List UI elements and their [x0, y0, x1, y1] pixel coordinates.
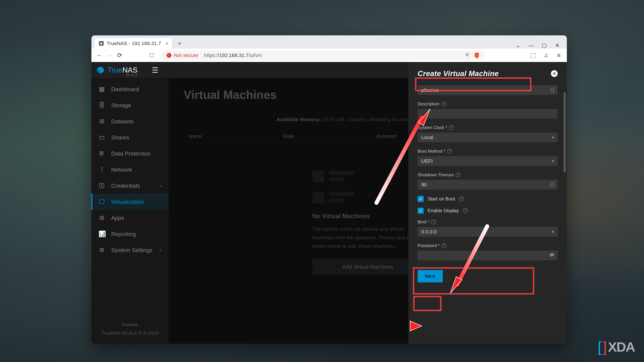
chevron-right-icon: › — [160, 183, 162, 188]
maximize-button[interactable]: ▢ — [541, 42, 548, 49]
help-icon[interactable]: ? — [442, 243, 446, 248]
truenas-logo[interactable]: TrueNAS SCALE — [96, 66, 138, 74]
bind-group: Bind *? 0.0.0.0▾ — [418, 219, 558, 237]
visibility-off-icon[interactable] — [549, 252, 554, 259]
col-name: Name — [189, 133, 282, 139]
shutdown-input[interactable]: 90 ✕ — [418, 180, 558, 190]
panel-header: Create Virtual Machine ✕ — [418, 69, 558, 78]
bind-select[interactable]: 0.0.0.0▾ — [418, 227, 558, 237]
extensions-icon[interactable]: ⬚ — [529, 52, 537, 59]
sidebar-item-credentials[interactable]: ⚿Credentials› — [92, 178, 168, 194]
start-on-boot-row[interactable]: ✓ Start on Boot ? — [418, 196, 558, 202]
chart-icon: 📊 — [98, 230, 105, 238]
browser-toolbar-icons: ⬚ ♫ ≡ — [529, 52, 563, 59]
sidebar-footer: truenas TrueNAS SCALE ® © 2024 — [92, 317, 168, 341]
minimize-button[interactable]: — — [528, 42, 534, 49]
apps-icon: ⊞ — [98, 214, 105, 221]
datasets-icon: ⊞ — [98, 118, 105, 125]
col-state: State — [282, 133, 376, 139]
next-button[interactable]: Next — [418, 270, 443, 282]
logo-cube-icon — [96, 66, 104, 74]
hamburger-icon[interactable]: ☰ — [152, 66, 158, 74]
caret-down-icon: ▾ — [552, 159, 554, 163]
browser-window: ◆ TrueNAS - 192.168.31.7 × + ⌄ — ▢ ✕ ← →… — [92, 35, 567, 344]
chevron-right-icon: › — [160, 247, 162, 253]
sidebar-item-dashboard[interactable]: ▦Dashboard — [92, 81, 168, 97]
sidebar-item-datasets[interactable]: ⊞Datasets — [92, 113, 168, 129]
system-clock-group: System Clock *? Local▾ — [418, 125, 558, 142]
window-controls: ⌄ — ▢ ✕ — [515, 42, 564, 49]
boot-label: Boot Method * — [418, 149, 445, 154]
clear-icon[interactable]: ✕ — [550, 182, 554, 187]
forward-button[interactable]: → — [106, 52, 113, 59]
back-button[interactable]: ← — [96, 52, 103, 59]
boot-method-group: Boot Method *? UEFI▾ — [418, 149, 558, 166]
sidebar-item-storage[interactable]: 🗄Storage — [92, 97, 168, 113]
browser-tab[interactable]: ◆ TrueNAS - 192.168.31.7 × — [95, 38, 172, 49]
add-vm-button[interactable]: Add Virtual Machines — [312, 259, 423, 275]
sidebar-item-shares[interactable]: 🗀Shares — [92, 129, 168, 145]
reload-button[interactable]: ⟳ — [116, 52, 123, 59]
scrollbar-thumb[interactable] — [564, 92, 566, 173]
help-icon[interactable]: ? — [447, 149, 452, 154]
sidebar: ▦Dashboard 🗄Storage ⊞Datasets 🗀Shares ⛨D… — [92, 78, 168, 344]
shutdown-timeout-group: Shutdown Timeout? 90 ✕ — [418, 172, 558, 190]
network-icon: ᛘ — [98, 166, 105, 173]
sidebar-item-network[interactable]: ᛘNetwork — [92, 162, 168, 178]
storage-icon: 🗄 — [98, 102, 105, 109]
url-field[interactable]: ! Not secure https://192.168.31.7/ui/vm … — [162, 50, 485, 60]
gear-icon: ⚙ — [98, 247, 105, 254]
description-field-group: Description? — [418, 101, 558, 119]
favicon-icon: ◆ — [99, 41, 104, 46]
sidebar-item-virtualization[interactable]: 🖵Virtualization — [92, 194, 168, 210]
annotation-highlight — [414, 296, 441, 311]
menu-icon[interactable]: ≡ — [555, 52, 563, 59]
enable-display-row[interactable]: ✓ Enable Display ? — [418, 208, 558, 214]
name-value: pfsense — [421, 87, 439, 93]
help-icon[interactable]: ? — [442, 102, 446, 106]
clear-icon[interactable]: ✕ — [550, 88, 554, 92]
checkbox-checked-icon[interactable]: ✓ — [418, 196, 424, 202]
checkbox-checked-icon[interactable]: ✓ — [418, 208, 424, 214]
dashboard-icon: ▦ — [98, 86, 105, 93]
sidebar-item-reporting[interactable]: 📊Reporting — [92, 226, 168, 242]
share-icon[interactable]: ⇱ — [466, 52, 470, 58]
clock-select[interactable]: Local▾ — [418, 133, 558, 142]
help-icon[interactable]: ? — [431, 220, 436, 224]
key-icon: ⚿ — [98, 182, 105, 189]
password-input[interactable] — [418, 251, 558, 260]
media-icon[interactable]: ♫ — [542, 52, 550, 59]
shutdown-value: 90 — [421, 182, 427, 188]
help-icon[interactable]: ? — [463, 208, 468, 213]
empty-illustration — [312, 171, 423, 203]
help-icon[interactable]: ? — [449, 125, 454, 130]
password-label: Password * — [418, 243, 440, 248]
boot-select[interactable]: UEFI▾ — [418, 156, 558, 166]
sidebar-item-apps[interactable]: ⊞Apps — [92, 210, 168, 226]
help-icon[interactable]: ? — [456, 173, 460, 177]
shutdown-label: Shutdown Timeout — [418, 172, 454, 177]
browser-tab-bar: ◆ TrueNAS - 192.168.31.7 × + ⌄ — ▢ ✕ — [92, 35, 567, 49]
chevron-down-icon[interactable]: ⌄ — [515, 42, 522, 49]
close-window-button[interactable]: ✕ — [554, 42, 561, 49]
name-input[interactable]: pfsense ✕ — [418, 85, 558, 95]
start-on-boot-label: Start on Boot — [428, 196, 455, 202]
new-tab-button[interactable]: + — [175, 38, 184, 49]
enable-display-label: Enable Display — [428, 208, 459, 213]
description-input[interactable] — [418, 109, 558, 119]
sidebar-item-system-settings[interactable]: ⚙System Settings› — [92, 242, 168, 258]
password-group: Password *? — [418, 243, 558, 260]
app-root: TrueNAS SCALE ☰ iX systems — [92, 62, 567, 344]
description-label: Description — [418, 101, 440, 107]
empty-description: The system could not retrieve any Virtua… — [312, 225, 423, 250]
create-vm-panel: Create Virtual Machine ✕ pfsense ✕ Descr… — [408, 62, 567, 344]
bookmark-icon[interactable]: ☐ — [149, 52, 154, 58]
logo-text: TrueNAS SCALE — [108, 66, 138, 74]
name-field-group: pfsense ✕ — [418, 85, 558, 95]
help-icon[interactable]: ? — [459, 197, 464, 201]
sidebar-item-data-protection[interactable]: ⛨Data Protection — [92, 145, 168, 162]
close-tab-icon[interactable]: × — [165, 41, 168, 46]
close-panel-button[interactable]: ✕ — [551, 70, 558, 77]
scrollbar[interactable] — [564, 92, 566, 337]
brave-shield-icon[interactable] — [474, 52, 480, 58]
